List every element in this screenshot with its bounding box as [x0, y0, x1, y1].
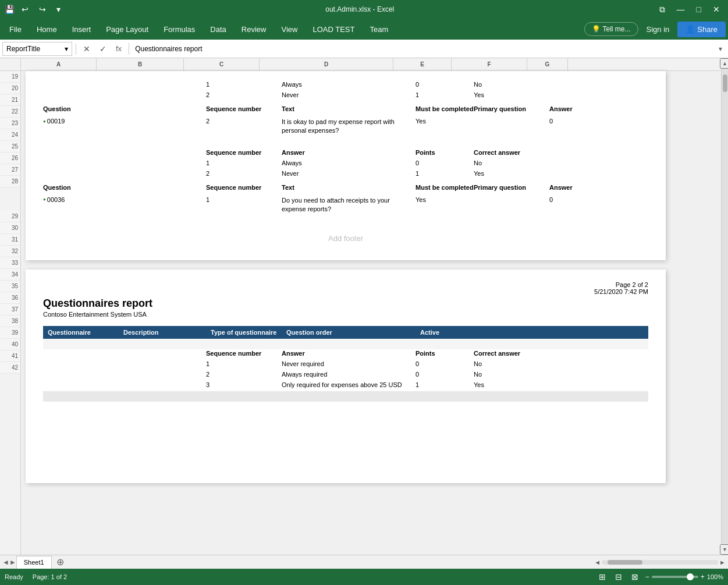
spreadsheet-area[interactable]: A B C D E F G 1 Always 0 No: [21, 58, 721, 555]
menu-home[interactable]: Home: [30, 22, 64, 37]
row-num-28: 28: [0, 176, 20, 187]
r22-answer: 0: [549, 118, 590, 125]
share-label: Share: [697, 25, 718, 34]
redo-button[interactable]: ↪: [35, 3, 49, 15]
row-num-23: 23: [0, 118, 20, 129]
r33-seqnum: 3: [206, 381, 282, 388]
row-num-42: 42: [0, 362, 20, 374]
customize-button[interactable]: ▾: [53, 3, 64, 15]
green-dot2-icon: ●: [43, 197, 46, 202]
tell-me-search[interactable]: 💡 Tell me...: [584, 22, 638, 36]
close-button[interactable]: ✕: [709, 3, 723, 15]
menu-bar: File Home Insert Page Layout Formulas Da…: [0, 19, 728, 40]
undo-button[interactable]: ↩: [18, 3, 32, 15]
col-header-a[interactable]: A: [21, 58, 97, 70]
r21-must-header: Must be completed: [416, 105, 474, 112]
th-active: Active: [416, 327, 474, 338]
col-header-c[interactable]: C: [184, 58, 260, 70]
page-layout-view-button[interactable]: ⊟: [613, 571, 624, 583]
menu-team[interactable]: Team: [363, 22, 395, 37]
r20-answer: Never: [282, 91, 416, 98]
zoom-slider[interactable]: [652, 576, 698, 578]
enter-formula-button[interactable]: ✓: [96, 43, 110, 55]
r24-points-header: Points: [416, 149, 474, 156]
r19-correct: No: [474, 81, 549, 88]
h-scrollbar-thumb[interactable]: [608, 560, 642, 565]
green-dot-icon: ●: [43, 119, 46, 124]
formula-expand-icon[interactable]: ▾: [715, 45, 726, 53]
r27-seqnum-header: Sequence number: [206, 184, 282, 191]
report-title: Questionnaires report: [43, 297, 648, 310]
page-footer-area: Add footer: [26, 217, 666, 260]
scroll-up-button[interactable]: ▲: [720, 58, 728, 69]
menu-insert[interactable]: Insert: [65, 22, 98, 37]
r26-seqnum: 2: [206, 170, 282, 177]
h-scrollbar-track[interactable]: [602, 560, 718, 565]
th-description: Description: [119, 327, 206, 338]
col-header-d[interactable]: D: [260, 58, 393, 70]
tab-prev-button[interactable]: ◄: [2, 558, 9, 566]
minimize-button[interactable]: —: [673, 3, 688, 15]
fx-icon: fx: [112, 44, 125, 53]
col-header-e[interactable]: E: [393, 58, 452, 70]
menu-load-test[interactable]: LOAD TEST: [306, 22, 361, 37]
formula-divider: [76, 43, 76, 55]
cancel-formula-button[interactable]: ✕: [80, 43, 94, 55]
scrollbar-thumb[interactable]: [723, 75, 727, 92]
title-bar-left: 💾 ↩ ↪ ▾: [5, 3, 64, 15]
name-box-arrow[interactable]: ▾: [65, 45, 68, 53]
normal-view-button[interactable]: ⊞: [596, 571, 608, 583]
menu-view[interactable]: View: [274, 22, 304, 37]
r31-correct: No: [474, 360, 549, 367]
page-break-view-button[interactable]: ⊠: [629, 571, 641, 583]
status-ready: Ready: [5, 573, 23, 580]
lightbulb-icon: 💡: [592, 25, 601, 33]
r30-seqnum-header: Sequence number: [206, 350, 282, 357]
name-box-value: ReportTitle: [6, 45, 40, 53]
save-icon[interactable]: 💾: [5, 5, 15, 14]
formula-input[interactable]: [133, 44, 713, 54]
menu-file[interactable]: File: [2, 22, 29, 37]
menu-formulas[interactable]: Formulas: [157, 22, 202, 37]
h-scroll-left-button[interactable]: ◄: [594, 559, 601, 566]
vertical-scrollbar[interactable]: ▲ ▼: [721, 58, 728, 555]
row-num-40: 40: [0, 339, 20, 350]
col-header-g[interactable]: G: [527, 58, 568, 70]
menu-page-layout[interactable]: Page Layout: [99, 22, 155, 37]
zoom-in-button[interactable]: +: [701, 573, 705, 581]
r32-seqnum: 2: [206, 371, 282, 378]
r19-points: 0: [416, 81, 474, 88]
r26-correct: Yes: [474, 170, 549, 177]
add-sheet-button[interactable]: ⊕: [53, 556, 68, 568]
row-31: 1 Never required 0 No: [43, 360, 648, 370]
row-28-question: ● 00036 1 Do you need to attach receipts…: [43, 194, 648, 217]
scroll-down-button[interactable]: ▼: [720, 544, 728, 555]
r24-seqnum-header: Sequence number: [206, 149, 282, 156]
scrollbar-track[interactable]: [722, 69, 728, 544]
name-box[interactable]: ReportTitle ▾: [2, 42, 72, 56]
h-scroll-right-button[interactable]: ►: [719, 559, 726, 566]
r21-text-header: Text: [282, 105, 416, 112]
menu-review[interactable]: Review: [235, 22, 274, 37]
r33-answer: Only required for expenses above 25 USD: [282, 381, 416, 388]
restore-button[interactable]: ⧉: [656, 3, 669, 16]
row-numbers: 19 20 21 22 23 24 25 26 27 28 29 30 31 3…: [0, 71, 20, 555]
page-num: Page 2 of 2: [43, 281, 648, 288]
page-datetime: 5/21/2020 7:42 PM: [43, 288, 648, 295]
col-header-b[interactable]: B: [97, 58, 184, 70]
sign-in-button[interactable]: Sign in: [640, 22, 677, 37]
row-21-headers: Question Sequence number Text Must be co…: [43, 105, 648, 115]
share-button[interactable]: 👤 Share: [677, 22, 726, 37]
r25-correct: No: [474, 159, 549, 166]
row-24-headers: Sequence number Answer Points Correct an…: [43, 148, 648, 159]
row-22-question: ● 00019 2 It is okay to pad my expense r…: [43, 115, 648, 138]
maximize-button[interactable]: □: [693, 3, 705, 15]
row-33: 3 Only required for expenses above 25 US…: [43, 381, 648, 391]
r21-question-label: Question: [43, 105, 119, 112]
r32-points: 0: [416, 371, 474, 378]
sheet-tab-sheet1[interactable]: Sheet1: [16, 556, 52, 569]
tab-next-button[interactable]: ►: [9, 558, 16, 566]
col-header-f[interactable]: F: [452, 58, 527, 70]
zoom-out-button[interactable]: −: [645, 573, 649, 581]
menu-data[interactable]: Data: [203, 22, 233, 37]
